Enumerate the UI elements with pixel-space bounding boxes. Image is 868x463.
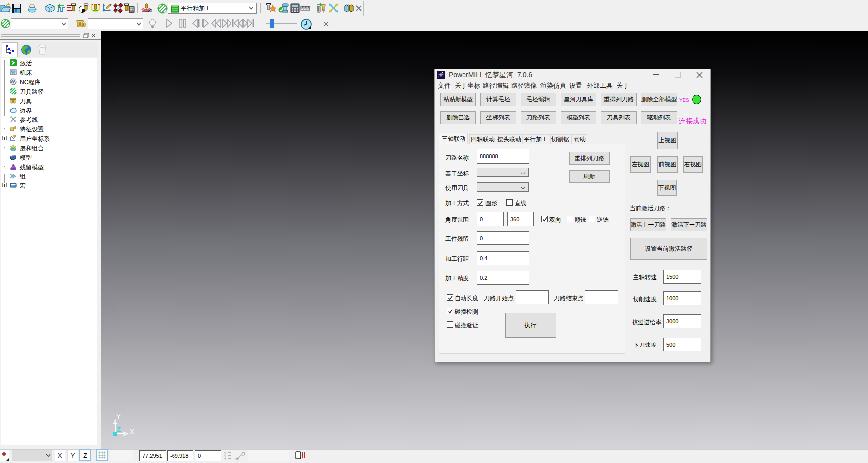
svg-text:X: X xyxy=(130,428,134,435)
svg-text:Y: Y xyxy=(116,413,121,420)
svg-text:Z: Z xyxy=(117,426,121,433)
svg-text:Z: Z xyxy=(224,458,226,460)
